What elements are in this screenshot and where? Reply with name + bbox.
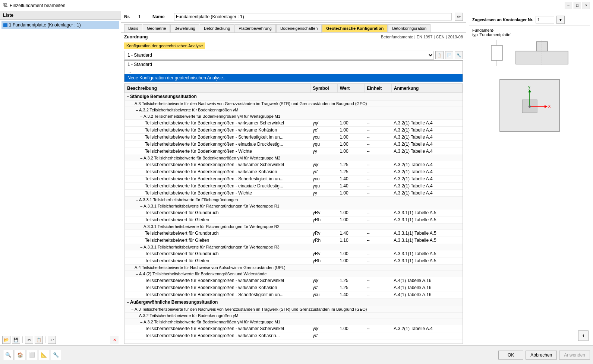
table-row: –A.3.2 Teilsicherheitsbeiwerte für Boden…: [125, 313, 463, 319]
cell-wert: 1.00: [337, 250, 364, 257]
cell-desc: Teilsicherheitsbeiwerte für Bodenkenngrö…: [125, 168, 310, 175]
cell-einheit: --: [365, 291, 391, 298]
ok-button[interactable]: OK: [498, 351, 523, 360]
config-edit-btn[interactable]: 🔧: [455, 51, 463, 59]
cell-desc: Teilsicherheitsbeiwert für Gleiten: [125, 216, 310, 224]
table-row[interactable]: Teilsicherheitsbeiwerte für Bodenkenngrö…: [125, 175, 463, 183]
cell-einheit: --: [365, 183, 391, 190]
data-table-container[interactable]: Beschreibung Symbol Wert Einheit Anmerku…: [124, 83, 463, 344]
cut-btn[interactable]: ✂: [25, 336, 33, 344]
config-label: Konfiguration der geotechnischen Analyse: [124, 42, 205, 49]
col-beschreibung: Beschreibung: [125, 84, 310, 93]
dropdown-item-standard[interactable]: 1 - Standard: [124, 61, 463, 68]
tab-betonkonfiguration[interactable]: Betonkonfiguration: [388, 24, 430, 32]
close-btn[interactable]: ×: [583, 2, 590, 9]
search-tool-btn[interactable]: 🔍: [3, 350, 13, 360]
paste-btn[interactable]: 📋: [35, 336, 43, 344]
tab-bodeneigenschaften[interactable]: Bodeneigenschaften: [276, 24, 322, 32]
table-row: –Ständige Bemessungssituation: [125, 93, 463, 101]
table-row[interactable]: Teilsicherheitsbeiwert für Gleiten γRh 1…: [125, 257, 463, 265]
cell-anmerkung: A.3.2(1) Tabelle A.4: [391, 148, 462, 155]
expand-icon[interactable]: –: [141, 114, 143, 118]
open-btn[interactable]: 📂: [2, 336, 10, 344]
expand-icon[interactable]: –: [136, 314, 138, 318]
table-row[interactable]: Teilsicherheitsbeiwerte für Bodenkenngrö…: [125, 161, 463, 168]
table-row[interactable]: Teilsicherheitsbeiwerte für Bodenkenngrö…: [125, 325, 463, 332]
table-row[interactable]: Teilsicherheitsbeiwert für Grundbruch γR…: [125, 209, 463, 216]
view-tool-btn[interactable]: ⬜: [27, 350, 37, 360]
zuweisen-btn[interactable]: ▼: [556, 16, 565, 24]
expand-icon[interactable]: –: [127, 300, 129, 304]
expand-icon[interactable]: –: [136, 108, 138, 112]
config-select[interactable]: 1 - Standard: [124, 51, 434, 60]
cell-desc: Teilsicherheitsbeiwerte für Bodenkenngrö…: [125, 161, 310, 168]
zuweisen-input[interactable]: [536, 16, 554, 23]
minimize-btn[interactable]: –: [565, 2, 572, 9]
save-btn[interactable]: 💾: [12, 336, 20, 344]
list-header: Liste: [0, 11, 121, 20]
table-row[interactable]: Teilsicherheitsbeiwerte für Bodenkenngrö…: [125, 134, 463, 141]
expand-icon[interactable]: –: [136, 198, 138, 202]
table-row[interactable]: Teilsicherheitsbeiwerte für Bodenkenngrö…: [125, 183, 463, 190]
list-item[interactable]: 🟦 1 Fundamentplatte (Knotenlager : 1): [1, 21, 119, 29]
expand-icon[interactable]: –: [141, 156, 143, 160]
table-row[interactable]: Teilsicherheitsbeiwert für Grundbruch γR…: [125, 250, 463, 257]
table-row[interactable]: Teilsicherheitsbeiwerte für Bodenkenngrö…: [125, 168, 463, 175]
cell-anmerkung: A.4(1) Tabelle A.16: [391, 291, 462, 298]
cell-wert: 1.00: [337, 190, 364, 197]
cell-anmerkung: A.4(1) Tabelle A.16: [391, 284, 462, 291]
edit-btn[interactable]: ✏: [455, 13, 463, 21]
expand-icon[interactable]: –: [132, 307, 134, 311]
expand-icon[interactable]: –: [141, 320, 143, 324]
table-row[interactable]: Teilsicherheitsbeiwerte für Bodenkenngrö…: [125, 127, 463, 134]
table-row[interactable]: Teilsicherheitsbeiwerte für Bodenkenngrö…: [125, 284, 463, 291]
col-anmerkung: Anmerkung: [391, 84, 462, 93]
table-row[interactable]: Teilsicherheitsbeiwerte für Bodenkenngrö…: [125, 148, 463, 155]
measure-tool-btn[interactable]: 📐: [39, 350, 49, 360]
form-header-row: Nr. 1 Name ✏: [121, 11, 466, 23]
tab-basis[interactable]: Basis: [124, 24, 142, 32]
table-row[interactable]: Teilsicherheitsbeiwerte für Bodenkenngrö…: [125, 190, 463, 197]
apply-button[interactable]: Anwenden: [559, 351, 590, 360]
maximize-btn[interactable]: □: [574, 2, 581, 9]
expand-icon[interactable]: –: [141, 225, 143, 229]
config-copy-btn[interactable]: 📋: [435, 51, 444, 59]
table-row[interactable]: Teilsicherheitsbeiwerte für Bodenkenngrö…: [125, 120, 463, 127]
settings-tool-btn[interactable]: 🔧: [51, 350, 61, 360]
cell-symbol: γcu: [310, 134, 337, 141]
expand-icon[interactable]: –: [127, 95, 129, 99]
tab-bewehrung[interactable]: Bewehrung: [170, 24, 199, 32]
undo-btn[interactable]: ↩: [48, 336, 56, 344]
help-btn[interactable]: ℹ: [578, 330, 589, 341]
home-tool-btn[interactable]: 🏠: [15, 350, 25, 360]
cell-symbol: γRv: [310, 250, 337, 257]
table-row[interactable]: Teilsicherheitsbeiwerte für Bodenkenngrö…: [125, 291, 463, 298]
tab-betondeckung[interactable]: Betondeckung: [200, 24, 234, 32]
cell-anmerkung: A.3.2(1) Tabelle A.4: [391, 134, 462, 141]
expand-icon[interactable]: –: [141, 245, 143, 249]
tab-bar: Basis Geometrie Bewehrung Betondeckung P…: [121, 23, 466, 33]
table-row[interactable]: Teilsicherheitsbeiwert für Gleiten γRh 1…: [125, 237, 463, 244]
dropdown-item-neue[interactable]: Neue Konfiguration der geotechnischen An…: [124, 74, 463, 82]
tab-geometrie[interactable]: Geometrie: [143, 24, 170, 32]
cell-wert: 1.00: [337, 257, 364, 265]
cancel-button[interactable]: Abbrechen: [526, 351, 557, 360]
cell-symbol: γqu: [310, 141, 337, 148]
tab-geotechnische[interactable]: Geotechnische Konfiguration: [322, 24, 388, 32]
table-row[interactable]: Teilsicherheitsbeiwerte für Bodenkenngrö…: [125, 141, 463, 148]
table-row[interactable]: Teilsicherheitsbeiwerte für Bodenkenngrö…: [125, 277, 463, 284]
tab-plattenbewehrung[interactable]: Plattenbewehrung: [234, 24, 276, 32]
table-row[interactable]: Teilsicherheitsbeiwerte für Bodenkenngrö…: [125, 332, 463, 339]
config-new-btn[interactable]: 📄: [445, 51, 453, 59]
expand-icon[interactable]: –: [141, 204, 143, 208]
table-row[interactable]: Teilsicherheitsbeiwert für Gleiten γRh 1…: [125, 216, 463, 224]
cell-desc: Teilsicherheitsbeiwert für Gleiten: [125, 257, 310, 265]
expand-icon[interactable]: –: [136, 272, 138, 276]
norm-label: Betonfundamente | EN 1997 | CEN | 2013-0…: [381, 35, 463, 39]
expand-icon[interactable]: –: [132, 266, 134, 270]
expand-icon[interactable]: –: [132, 102, 134, 106]
svg-rect-0: [491, 45, 502, 60]
delete-btn[interactable]: ✕: [110, 336, 119, 344]
name-input[interactable]: [174, 13, 452, 20]
table-row[interactable]: Teilsicherheitsbeiwert für Grundbruch γR…: [125, 230, 463, 237]
